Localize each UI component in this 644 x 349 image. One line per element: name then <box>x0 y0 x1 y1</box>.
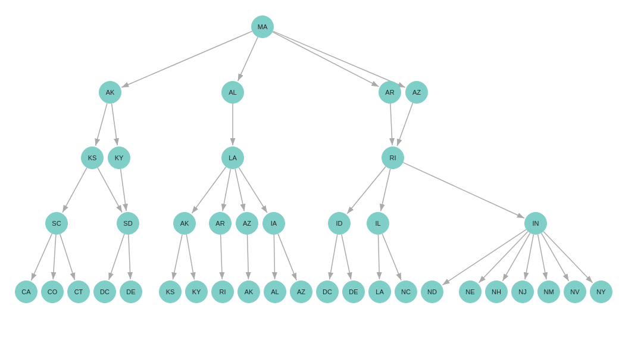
svg-line-35 <box>443 229 527 285</box>
node-al2: AL <box>264 281 286 303</box>
node-nm: NM <box>537 281 560 303</box>
svg-line-29 <box>274 235 274 279</box>
node-sc: SC <box>45 212 68 235</box>
node-nj: NJ <box>511 281 534 303</box>
svg-line-27 <box>221 235 223 279</box>
node-id: ID <box>328 212 351 235</box>
node-ct: CT <box>67 281 90 303</box>
svg-line-11 <box>98 168 122 213</box>
svg-line-32 <box>342 235 351 280</box>
svg-line-31 <box>330 235 337 280</box>
node-nh: NH <box>485 281 508 303</box>
node-dc2: DC <box>316 281 339 303</box>
node-ks2: KS <box>159 281 182 303</box>
svg-line-30 <box>278 234 296 281</box>
node-ky2: KY <box>185 281 208 303</box>
svg-line-20 <box>32 233 52 280</box>
node-az2: AZ <box>236 212 258 235</box>
node-de2: DE <box>342 281 365 303</box>
node-ia: IA <box>262 212 285 235</box>
svg-line-21 <box>53 235 56 279</box>
node-az: AZ <box>405 81 428 104</box>
node-la2: LA <box>368 281 391 303</box>
svg-line-12 <box>121 169 127 211</box>
node-ak: AK <box>99 81 121 104</box>
node-nd: ND <box>421 281 443 303</box>
node-nc: NC <box>395 281 417 303</box>
svg-line-25 <box>173 235 182 280</box>
tree-diagram: MAAKALARAZKSKYLARISCSDAKARAZIAIDILINCACO… <box>0 0 644 349</box>
node-ak2: AK <box>173 212 196 235</box>
svg-line-5 <box>96 103 107 145</box>
node-co: CO <box>41 281 64 303</box>
svg-line-39 <box>538 235 546 280</box>
svg-line-1 <box>121 32 252 88</box>
svg-line-16 <box>239 167 267 213</box>
svg-line-9 <box>397 103 412 146</box>
node-az3: AZ <box>290 281 312 303</box>
svg-line-22 <box>60 234 75 280</box>
node-ar2: AR <box>209 212 232 235</box>
node-al: AL <box>221 81 244 104</box>
node-ks: KS <box>81 147 104 169</box>
svg-line-40 <box>541 233 568 281</box>
node-ma: MA <box>251 15 274 38</box>
svg-line-38 <box>525 235 533 280</box>
svg-line-23 <box>109 234 124 280</box>
node-ne: NE <box>459 281 482 303</box>
svg-line-4 <box>273 31 405 87</box>
svg-line-18 <box>381 169 390 211</box>
node-dc: DC <box>93 281 116 303</box>
svg-line-3 <box>273 32 379 87</box>
node-ak3: AK <box>237 281 260 303</box>
svg-line-15 <box>235 169 244 211</box>
svg-line-41 <box>543 232 592 283</box>
node-sd: SD <box>117 212 139 235</box>
svg-line-2 <box>238 37 258 81</box>
svg-line-17 <box>347 167 386 214</box>
node-ny: NY <box>590 281 612 303</box>
svg-line-28 <box>247 235 248 279</box>
node-ri: RI <box>382 147 404 169</box>
svg-line-8 <box>390 104 392 145</box>
svg-line-10 <box>62 168 87 213</box>
svg-line-24 <box>129 235 130 279</box>
node-ky: KY <box>108 147 130 169</box>
svg-line-6 <box>112 104 118 145</box>
svg-line-34 <box>382 234 401 281</box>
svg-line-33 <box>378 235 379 279</box>
svg-line-14 <box>223 169 230 211</box>
node-nv: NV <box>564 281 586 303</box>
node-ca: CA <box>15 281 37 303</box>
svg-line-36 <box>479 232 528 283</box>
node-in: IN <box>524 212 547 235</box>
svg-line-26 <box>186 235 194 280</box>
node-il: IL <box>367 212 389 235</box>
node-ar: AR <box>379 81 401 104</box>
node-ri2: RI <box>211 281 234 303</box>
node-de: DE <box>120 281 142 303</box>
svg-line-37 <box>502 233 530 281</box>
svg-line-19 <box>403 163 524 218</box>
svg-line-13 <box>192 167 226 213</box>
node-la: LA <box>221 147 244 169</box>
